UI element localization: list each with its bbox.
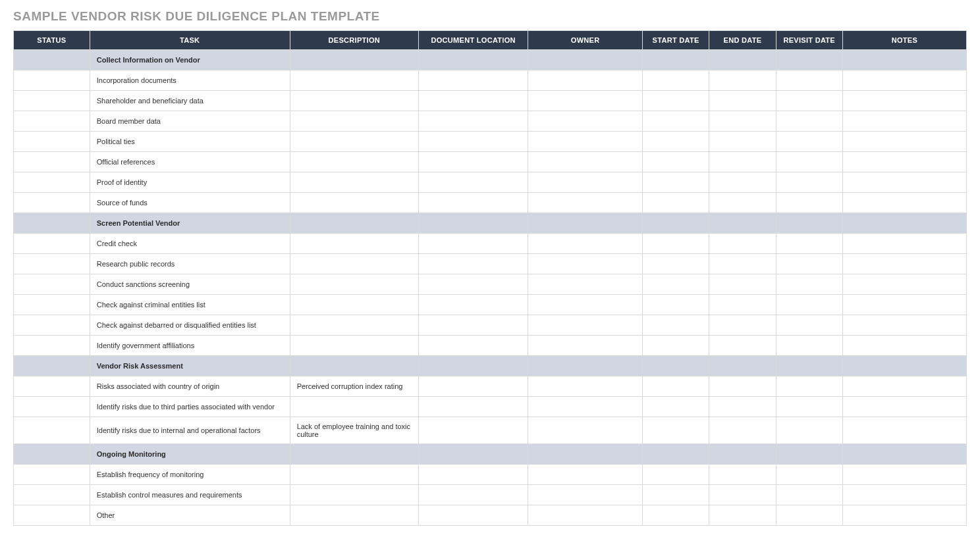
cell-description[interactable]	[290, 274, 418, 295]
cell-revisit_date[interactable]	[776, 254, 842, 274]
cell-status[interactable]	[14, 193, 90, 213]
cell-owner[interactable]	[528, 485, 643, 505]
cell-owner[interactable]	[528, 417, 643, 444]
cell-task[interactable]: Vendor Risk Assessment	[90, 356, 290, 376]
cell-start_date[interactable]	[642, 274, 709, 295]
cell-end_date[interactable]	[709, 465, 776, 485]
cell-task[interactable]: Other	[90, 505, 290, 526]
cell-revisit_date[interactable]	[776, 417, 842, 444]
cell-document_location[interactable]	[418, 505, 528, 526]
cell-start_date[interactable]	[642, 444, 709, 465]
cell-owner[interactable]	[528, 132, 643, 152]
cell-notes[interactable]	[842, 132, 966, 152]
cell-document_location[interactable]	[418, 444, 528, 465]
cell-notes[interactable]	[842, 172, 966, 193]
cell-description[interactable]	[290, 485, 418, 505]
cell-start_date[interactable]	[642, 193, 709, 213]
cell-status[interactable]	[14, 336, 90, 356]
cell-end_date[interactable]	[709, 50, 776, 70]
cell-description[interactable]	[290, 132, 418, 152]
cell-end_date[interactable]	[709, 132, 776, 152]
cell-owner[interactable]	[528, 70, 643, 91]
cell-task[interactable]: Source of funds	[90, 193, 290, 213]
cell-end_date[interactable]	[709, 254, 776, 274]
cell-document_location[interactable]	[418, 50, 528, 70]
cell-description[interactable]	[290, 91, 418, 111]
cell-end_date[interactable]	[709, 485, 776, 505]
cell-description[interactable]	[290, 315, 418, 336]
cell-notes[interactable]	[842, 152, 966, 172]
cell-notes[interactable]	[842, 70, 966, 91]
cell-notes[interactable]	[842, 356, 966, 376]
cell-revisit_date[interactable]	[776, 111, 842, 132]
cell-status[interactable]	[14, 417, 90, 444]
cell-revisit_date[interactable]	[776, 444, 842, 465]
cell-start_date[interactable]	[642, 315, 709, 336]
cell-document_location[interactable]	[418, 376, 528, 397]
cell-end_date[interactable]	[709, 397, 776, 417]
cell-end_date[interactable]	[709, 91, 776, 111]
cell-owner[interactable]	[528, 213, 643, 234]
cell-document_location[interactable]	[418, 234, 528, 254]
cell-task[interactable]: Official references	[90, 152, 290, 172]
cell-notes[interactable]	[842, 485, 966, 505]
cell-end_date[interactable]	[709, 356, 776, 376]
cell-description[interactable]	[290, 50, 418, 70]
cell-end_date[interactable]	[709, 70, 776, 91]
cell-status[interactable]	[14, 356, 90, 376]
cell-task[interactable]: Political ties	[90, 132, 290, 152]
cell-owner[interactable]	[528, 315, 643, 336]
cell-revisit_date[interactable]	[776, 315, 842, 336]
cell-notes[interactable]	[842, 315, 966, 336]
cell-owner[interactable]	[528, 376, 643, 397]
cell-revisit_date[interactable]	[776, 376, 842, 397]
cell-description[interactable]	[290, 397, 418, 417]
cell-end_date[interactable]	[709, 336, 776, 356]
cell-description[interactable]	[290, 172, 418, 193]
cell-notes[interactable]	[842, 111, 966, 132]
cell-owner[interactable]	[528, 444, 643, 465]
cell-document_location[interactable]	[418, 213, 528, 234]
cell-start_date[interactable]	[642, 376, 709, 397]
cell-task[interactable]: Conduct sanctions screening	[90, 274, 290, 295]
cell-document_location[interactable]	[418, 132, 528, 152]
cell-revisit_date[interactable]	[776, 485, 842, 505]
cell-start_date[interactable]	[642, 417, 709, 444]
cell-notes[interactable]	[842, 91, 966, 111]
cell-task[interactable]: Establish control measures and requireme…	[90, 485, 290, 505]
cell-notes[interactable]	[842, 336, 966, 356]
cell-owner[interactable]	[528, 111, 643, 132]
cell-status[interactable]	[14, 70, 90, 91]
cell-start_date[interactable]	[642, 50, 709, 70]
cell-task[interactable]: Identify risks due to third parties asso…	[90, 397, 290, 417]
cell-task[interactable]: Check against debarred or disqualified e…	[90, 315, 290, 336]
cell-status[interactable]	[14, 315, 90, 336]
cell-owner[interactable]	[528, 465, 643, 485]
cell-revisit_date[interactable]	[776, 274, 842, 295]
cell-start_date[interactable]	[642, 397, 709, 417]
cell-owner[interactable]	[528, 356, 643, 376]
cell-start_date[interactable]	[642, 505, 709, 526]
cell-document_location[interactable]	[418, 172, 528, 193]
cell-end_date[interactable]	[709, 295, 776, 315]
cell-status[interactable]	[14, 444, 90, 465]
cell-revisit_date[interactable]	[776, 213, 842, 234]
cell-end_date[interactable]	[709, 274, 776, 295]
cell-description[interactable]	[290, 444, 418, 465]
cell-status[interactable]	[14, 254, 90, 274]
cell-owner[interactable]	[528, 254, 643, 274]
cell-status[interactable]	[14, 152, 90, 172]
cell-document_location[interactable]	[418, 336, 528, 356]
cell-status[interactable]	[14, 172, 90, 193]
cell-document_location[interactable]	[418, 70, 528, 91]
cell-status[interactable]	[14, 376, 90, 397]
cell-notes[interactable]	[842, 213, 966, 234]
cell-task[interactable]: Identify risks due to internal and opera…	[90, 417, 290, 444]
cell-description[interactable]	[290, 70, 418, 91]
cell-notes[interactable]	[842, 193, 966, 213]
cell-task[interactable]: Screen Potential Vendor	[90, 213, 290, 234]
cell-status[interactable]	[14, 274, 90, 295]
cell-description[interactable]	[290, 295, 418, 315]
cell-description[interactable]	[290, 254, 418, 274]
cell-revisit_date[interactable]	[776, 91, 842, 111]
